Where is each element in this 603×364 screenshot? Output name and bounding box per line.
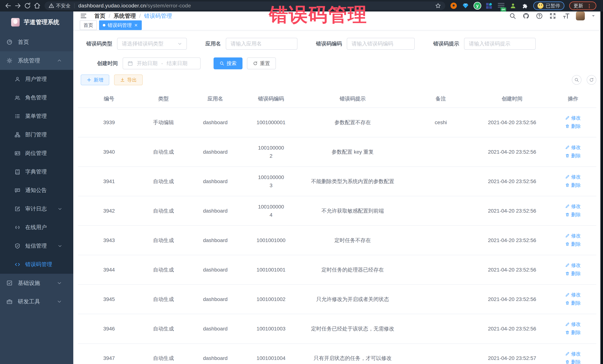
app-logo[interactable]: 芋道管理系统 — [0, 11, 73, 33]
delete-button[interactable]: 删除 — [565, 240, 581, 248]
error-type-select[interactable]: 请选择错误码类型 — [117, 38, 187, 50]
sidebar-item-sms[interactable]: 短信管理 — [0, 237, 73, 255]
breadcrumb-system[interactable]: 系统管理 — [114, 12, 136, 20]
delete-button[interactable]: 删除 — [565, 270, 581, 277]
security-status[interactable]: 不安全 — [49, 3, 70, 9]
sidebar-item-online-users[interactable]: 在线用户 — [0, 218, 73, 237]
delete-button[interactable]: 删除 — [565, 181, 581, 189]
trash-icon — [565, 360, 570, 364]
bookmark-star-icon[interactable] — [435, 3, 441, 9]
row-remark: ceshi — [407, 108, 475, 137]
sidebar-item-users[interactable]: 用户管理 — [0, 70, 73, 88]
help-icon[interactable] — [536, 12, 543, 20]
edit-label: 修改 — [571, 144, 581, 151]
sidebar-item-departments[interactable]: 部门管理 — [0, 125, 73, 144]
edit-button[interactable]: 修改 — [565, 320, 581, 328]
browser-update-button[interactable]: 更新 — [569, 1, 596, 10]
browser-reload-button[interactable] — [23, 1, 32, 10]
table-body: 3939手动编辑dashboard1001000001参数配置不存在ceshi2… — [78, 108, 596, 364]
breadcrumb-home[interactable]: 首页 — [94, 12, 105, 20]
hamburger-icon[interactable] — [80, 12, 87, 20]
edit-button[interactable]: 修改 — [565, 350, 581, 357]
font-size-icon[interactable] — [563, 12, 570, 20]
row-remark — [407, 137, 475, 167]
sidebar-item-home[interactable]: 首页 — [0, 33, 73, 51]
avatar-caret-icon[interactable] — [591, 14, 596, 18]
edit-button[interactable]: 修改 — [565, 262, 581, 269]
edit-button[interactable]: 修改 — [565, 173, 581, 180]
row-message: 定时任务已经处于该状态，无需修改 — [298, 314, 407, 343]
sidebar-item-menus[interactable]: 菜单管理 — [0, 107, 73, 125]
browser-home-button[interactable] — [32, 1, 42, 10]
trash-icon — [565, 271, 570, 276]
github-icon[interactable] — [522, 12, 530, 20]
sidebar-item-posts[interactable]: 岗位管理 — [0, 144, 73, 163]
sidebar-item-dev-tools[interactable]: 研发工具 — [0, 292, 73, 311]
edit-button[interactable]: 修改 — [565, 114, 581, 121]
tab-home[interactable]: 首页 — [80, 20, 97, 30]
extension-person-icon[interactable] — [510, 2, 517, 9]
sidebar-item-infrastructure[interactable]: 基础设施 — [0, 274, 73, 292]
sidebar-item-label: 字典管理 — [25, 168, 47, 176]
reset-button[interactable]: 重置 — [247, 57, 276, 69]
browser-chrome: 不安全 dashboard.yudao.iocoder.cn/system/er… — [0, 0, 603, 11]
edit-button[interactable]: 修改 — [565, 291, 581, 298]
table-toolbar: 新增 导出 — [78, 75, 596, 85]
export-button[interactable]: 导出 — [114, 75, 143, 85]
tab-error-codes[interactable]: 错误码管理 — [99, 20, 142, 30]
toggle-search-button[interactable] — [572, 75, 581, 85]
page-scrollbar[interactable] — [600, 11, 603, 364]
edit-button[interactable]: 修改 — [565, 232, 581, 240]
search-icon[interactable] — [509, 12, 516, 20]
address-bar[interactable]: 不安全 dashboard.yudao.iocoder.cn/system/er… — [45, 1, 445, 10]
row-time: 2021-04-20 23:52:56 — [475, 314, 550, 343]
edit-button[interactable]: 修改 — [565, 203, 581, 210]
sidebar-item-error-codes[interactable]: 错误码管理 — [0, 255, 73, 274]
extension-orange-icon[interactable] — [450, 2, 457, 9]
avatar[interactable] — [576, 11, 585, 20]
error-code-input-wrap — [347, 38, 415, 50]
sidebar-item-roles[interactable]: 角色管理 — [0, 88, 73, 107]
column-header: 操作 — [550, 91, 596, 108]
filter-row-2: 创建时间 开始日期 - 结束日期 搜索 重置 — [86, 57, 596, 69]
sidebar-item-audit-logs[interactable]: 审计日志 — [0, 200, 73, 218]
browser-forward-button[interactable] — [13, 1, 23, 10]
pencil-icon — [565, 263, 570, 267]
delete-button[interactable]: 删除 — [565, 152, 581, 159]
error-message-input[interactable] — [469, 41, 531, 47]
system-submenu: 用户管理 角色管理 菜单管理 部门管理 岗位管理 字典管理 — [0, 70, 73, 274]
search-button[interactable]: 搜索 — [214, 57, 243, 69]
delete-button[interactable]: 删除 — [565, 299, 581, 307]
error-code-input[interactable] — [352, 41, 410, 47]
edit-label: 修改 — [571, 232, 581, 240]
sidebar-item-notices[interactable]: 通知公告 — [0, 181, 73, 200]
date-range-picker[interactable]: 开始日期 - 结束日期 — [123, 57, 201, 69]
edit-button[interactable]: 修改 — [565, 144, 581, 151]
extension-gem-icon[interactable] — [462, 2, 469, 9]
delete-button[interactable]: 删除 — [565, 329, 581, 336]
extension-green-icon[interactable]: y — [474, 2, 481, 9]
browser-back-button[interactable] — [3, 1, 13, 10]
browser-menu-icon[interactable] — [587, 3, 592, 9]
delete-button[interactable]: 删除 — [565, 122, 581, 130]
sidebar-item-system-management[interactable]: 系统管理 — [0, 51, 73, 70]
url-path: /system/error-code — [146, 3, 191, 9]
extension-puzzle-icon[interactable] — [521, 2, 528, 9]
delete-button[interactable]: 删除 — [565, 211, 581, 218]
sidebar-item-label: 研发工具 — [18, 298, 40, 305]
date-separator: - — [161, 60, 163, 66]
profile-paused-badge[interactable]: 已暂停 — [533, 1, 564, 10]
delete-button[interactable]: 删除 — [565, 358, 581, 364]
row-time: 2021-04-20 23:52:56 — [475, 226, 550, 255]
add-button[interactable]: 新增 — [81, 75, 109, 85]
pencil-icon — [565, 145, 570, 150]
fullscreen-icon[interactable] — [549, 12, 556, 20]
gear-icon — [6, 57, 13, 64]
close-icon[interactable] — [134, 23, 138, 27]
refresh-table-button[interactable] — [587, 75, 596, 85]
app-name-input[interactable] — [231, 41, 293, 47]
extension-list-icon[interactable]: on — [498, 2, 505, 9]
sidebar-item-dictionaries[interactable]: 字典管理 — [0, 163, 73, 181]
extension-on-badge: on — [500, 7, 506, 11]
extension-squares-icon[interactable] — [486, 2, 493, 9]
